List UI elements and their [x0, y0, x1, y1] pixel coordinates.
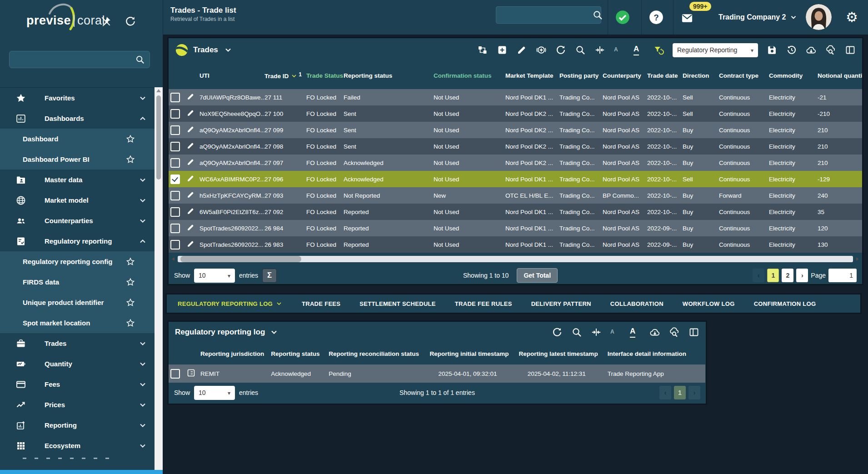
col-reporting-reconciliation-status[interactable]: Reporting reconciliation status — [329, 343, 429, 364]
sidebar-subitem-dashboard-power-bi[interactable]: Dashboard Power BI — [0, 149, 155, 170]
row-checkbox[interactable] — [170, 175, 180, 184]
font-size-small-icon[interactable]: A — [614, 45, 625, 55]
refresh-menu-icon[interactable] — [125, 15, 136, 27]
sidebar-subitem-dashboard[interactable]: Dashboard — [0, 129, 155, 149]
prev-page-button[interactable]: ‹ — [659, 386, 671, 399]
get-total-button[interactable]: Get Total — [517, 268, 558, 283]
unpin-sidebar-icon[interactable] — [100, 15, 112, 27]
col-trade-id[interactable]: Trade ID1 — [264, 62, 306, 89]
page-button-1[interactable]: 1 — [767, 269, 779, 282]
scrollbar-up-arrow-icon[interactable] — [156, 89, 161, 92]
star-outline-icon[interactable] — [125, 155, 135, 165]
system-status-ok-icon[interactable] — [615, 10, 630, 25]
refresh-icon[interactable] — [552, 327, 563, 338]
tab-workflow-log[interactable]: WORKFLOW LOG — [683, 300, 735, 307]
add-trade-icon[interactable] — [497, 45, 508, 55]
table-row[interactable]: SpotTrades26092022...26 984FO LockedRepo… — [169, 220, 862, 236]
star-outline-icon[interactable] — [125, 277, 135, 287]
edit-row-icon[interactable] — [186, 158, 195, 166]
table-row[interactable]: aQ9OyAM2xAbrlOnfl4...27 097FO LockedAckn… — [169, 155, 862, 171]
table-row[interactable]: SpotTrades26092022...26 983FO LockedRepo… — [169, 236, 862, 253]
page-number-input[interactable] — [828, 269, 857, 282]
sidebar-item-dashboards[interactable]: Dashboards — [0, 108, 155, 129]
table-row[interactable]: aQ9OyAM2xAbrlOnfl4...27 098FO LockedSent… — [169, 138, 862, 155]
edit-icon[interactable] — [516, 45, 527, 55]
tab-trade-fees[interactable]: TRADE FEES — [302, 300, 340, 307]
table-row[interactable]: 6W5aBF0Pi2EtZ8T6z...27 092FO LockedRepor… — [169, 204, 862, 220]
sidebar-item-trades[interactable]: Trades — [0, 333, 155, 354]
fit-columns-icon[interactable] — [594, 45, 605, 55]
col-uti[interactable]: UTI — [200, 62, 264, 89]
row-checkbox[interactable] — [170, 224, 180, 233]
sidebar-item-favorites[interactable]: Favorites — [0, 88, 155, 108]
table-row[interactable]: WC6AxABIMRMC0P2...27 096FO LockedAcknowl… — [169, 171, 862, 187]
chevron-down-icon[interactable] — [224, 45, 233, 55]
details-icon[interactable] — [186, 368, 196, 378]
tab-regulatory-reporting-log[interactable]: REGULATORY REPORTING LOG — [178, 300, 283, 307]
col-reporting-jurisdiction[interactable]: Reporting jurisdiction — [200, 343, 271, 364]
tab-collaboration[interactable]: COLLABORATION — [610, 300, 663, 307]
edit-row-icon[interactable] — [186, 125, 195, 134]
search-icon[interactable] — [575, 45, 586, 55]
log-panel-title[interactable]: Regulatory reporting log — [175, 328, 265, 337]
saved-search-icon[interactable] — [825, 45, 836, 55]
saved-search-icon[interactable] — [669, 327, 680, 338]
fit-columns-icon[interactable] — [591, 327, 602, 338]
table-row[interactable]: 7dUIAWPqRz8OBawe...27 111FO LockedFailed… — [169, 89, 862, 105]
row-checkbox[interactable] — [170, 125, 180, 135]
edit-row-icon[interactable] — [186, 141, 195, 150]
help-icon[interactable]: ? — [649, 10, 664, 25]
sidebar-subitem-regulatory-reporting-config[interactable]: Regulatory reporting config — [0, 251, 155, 272]
sidebar-item-ecosystem[interactable]: Ecosystem — [0, 435, 155, 456]
hierarchy-view-icon[interactable] — [477, 45, 488, 55]
scroll-right-icon[interactable] — [854, 256, 860, 262]
restore-history-icon[interactable] — [786, 45, 797, 55]
col-commodity[interactable]: Commodity — [769, 62, 818, 89]
col-trade-date[interactable]: Trade date — [647, 62, 683, 89]
sidebar-subitem-spot-market-location[interactable]: Spot market location — [0, 313, 155, 333]
col-direction[interactable]: Direction — [683, 62, 719, 89]
sidebar-item-market-model[interactable]: Market model — [0, 190, 155, 210]
company-selector[interactable]: Trading Company 2 — [718, 0, 798, 35]
star-outline-icon[interactable] — [125, 298, 135, 308]
edit-row-icon[interactable] — [186, 239, 195, 248]
row-checkbox[interactable] — [170, 369, 180, 379]
page-button-2[interactable]: 2 — [782, 269, 793, 282]
page-size-select[interactable]: 10 ▾ — [194, 386, 235, 400]
sidebar-item-master-data[interactable]: Master data — [0, 170, 155, 190]
tab-delivery-pattern[interactable]: DELIVERY PATTERN — [531, 300, 591, 307]
gear-icon[interactable]: ⚙ — [846, 10, 860, 25]
cloud-download-icon[interactable] — [649, 327, 660, 338]
scrollbar-track[interactable] — [178, 256, 853, 262]
sidebar-item-regulatory-reporting[interactable]: Regulatory reporting — [0, 231, 155, 251]
row-checkbox[interactable] — [170, 109, 180, 119]
sidebar-item-fees[interactable]: Fees — [0, 374, 155, 394]
col-reporting-initial-timestamp[interactable]: Reporting initial timestamp — [429, 343, 519, 364]
row-checkbox[interactable] — [170, 158, 180, 168]
prev-page-button[interactable]: ‹ — [753, 269, 764, 282]
col-reporting-status[interactable]: Reporting status — [344, 62, 434, 89]
next-page-button[interactable]: › — [796, 269, 808, 282]
row-checkbox[interactable] — [170, 191, 180, 200]
sidebar-search-input[interactable] — [14, 55, 135, 64]
layout-columns-icon[interactable] — [845, 45, 856, 55]
search-icon[interactable] — [135, 55, 145, 65]
sidebar-item-reporting[interactable]: Reporting — [0, 415, 155, 435]
mail-icon[interactable] — [679, 12, 695, 25]
edit-row-icon[interactable] — [186, 92, 195, 101]
col-notional-quantity[interactable]: Notional quantity — [818, 62, 862, 89]
scrollbar-thumb[interactable] — [180, 256, 301, 262]
sidebar-subitem-firds-data[interactable]: FIRDS data — [0, 272, 155, 292]
edit-row-icon[interactable] — [186, 207, 195, 215]
col-posting-party[interactable]: Posting party — [559, 62, 603, 89]
col-reporting-latest-timestamp[interactable]: Reporting latest timestamp — [519, 343, 608, 364]
tab-settlement-schedule[interactable]: SETTLEMENT SCHEDULE — [359, 300, 435, 307]
font-size-large-icon[interactable]: A — [630, 327, 641, 338]
clear-filter-icon[interactable] — [653, 45, 664, 55]
table-row[interactable]: NoX9EQ5heee8QpqO...27 100FO LockedSentNo… — [169, 105, 862, 122]
avatar[interactable] — [806, 4, 832, 30]
edit-row-icon[interactable] — [186, 109, 195, 117]
col-interface-detail-information[interactable]: Interface detail information — [608, 343, 705, 364]
col-trade-status[interactable]: Trade Status — [306, 62, 344, 89]
cloud-download-icon[interactable] — [806, 45, 817, 55]
